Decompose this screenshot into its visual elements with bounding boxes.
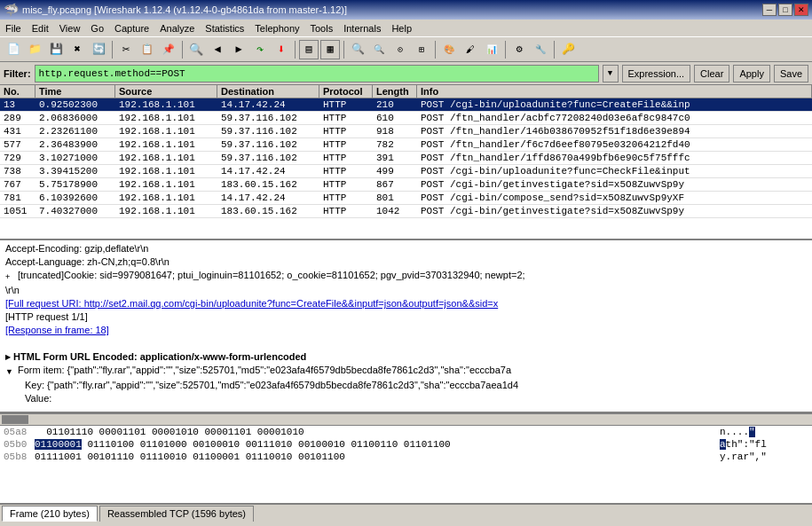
packet-cell: HTTP [319,112,373,124]
detail-text-3: [truncated]Cookie: sid=9979081647; ptui_… [18,269,525,282]
apply-button[interactable]: Apply [733,65,770,82]
table-row[interactable]: 7816.10392600192.168.1.10114.17.42.24HTT… [0,192,812,205]
menu-internals[interactable]: Internals [338,21,386,35]
toolbar-color1[interactable]: 🎨 [439,40,459,59]
toolbar-open[interactable]: 📁 [25,40,44,59]
packet-cell: 192.168.1.101 [115,112,217,124]
menu-telephony[interactable]: Telephony [249,21,304,35]
packet-cell: 183.60.15.162 [217,178,319,191]
toolbar-extra[interactable]: 🔑 [558,40,578,59]
toolbar-color3[interactable]: 📊 [482,40,501,59]
scrollbar-thumb[interactable] [2,415,28,424]
status-bar: Frame (210 bytes) Reassembled TCP (1596 … [0,504,812,522]
toolbar-zoom-normal[interactable]: ⊙ [390,40,410,59]
response-link[interactable]: [Response in frame: 18] [5,325,109,335]
table-row[interactable]: 5772.36483900192.168.1.10159.37.116.102H… [0,138,812,152]
status-tab-frame[interactable]: Frame (210 bytes) [2,506,98,522]
packet-cell: 767 [0,178,35,191]
menu-go[interactable]: Go [85,21,109,35]
menu-analyze[interactable]: Analyze [154,21,200,35]
table-row[interactable]: 7293.10271000192.168.1.10159.37.116.102H… [0,152,812,165]
toolbar-detail[interactable]: ▦ [320,40,340,59]
table-row[interactable]: 130.92502300192.168.1.10114.17.42.24HTTP… [0,98,812,112]
toolbar-sep7 [554,41,555,59]
toolbar-help2[interactable]: 🔧 [531,40,550,59]
toolbar-prefs[interactable]: ⚙ [509,40,529,59]
toolbar-reload[interactable]: 🔄 [89,40,108,59]
menu-view[interactable]: View [54,21,86,35]
packet-cell: HTTP [319,165,373,177]
menu-capture[interactable]: Capture [109,21,154,35]
menu-statistics[interactable]: Statistics [200,21,249,35]
minimize-button[interactable]: ─ [762,4,777,16]
menu-file[interactable]: File [0,21,27,35]
menu-help[interactable]: Help [386,21,417,35]
filter-input[interactable] [35,65,599,82]
toolbar-list[interactable]: ▤ [299,40,319,59]
packet-cell: 192.168.1.101 [115,165,217,177]
toolbar-zoom-fit[interactable]: ⊞ [412,40,431,59]
hex-pane: 05a8 01101110 00001101 00001010 00001101… [0,426,812,504]
table-row[interactable]: 10517.40327000192.168.1.101183.60.15.162… [0,205,812,218]
col-time: Time [35,85,115,98]
packet-cell: 610 [373,112,417,124]
hex-row-3: 05b8 01111001 00101110 01110010 01100001… [0,451,812,463]
hex-sel-2: 01100001 [35,439,82,450]
toolbar-close[interactable]: ✖ [67,40,87,59]
toolbar-copy[interactable]: 📋 [138,40,157,59]
packet-cell: 391 [373,152,417,164]
detail-line-6: [HTTP request 1/1] [4,310,808,324]
table-row[interactable]: 7383.39415200192.168.1.10114.17.42.24HTT… [0,165,812,178]
toolbar-back[interactable]: ◀ [208,40,227,59]
packet-cell: 192.168.1.101 [115,138,217,151]
packet-cell: 431 [0,125,35,137]
full-uri-link[interactable]: [Full request URI: http://set2.mail.qq.c… [5,298,498,309]
toolbar-paste[interactable]: 📌 [159,40,178,59]
status-tab-reassembled[interactable]: Reassembled TCP (1596 bytes) [99,506,254,522]
toolbar-sep4 [343,41,344,59]
menu-edit[interactable]: Edit [27,21,54,35]
title-bar: 🦈 misc_fly.pcapng [Wireshark 1.12.4 (v1.… [0,0,812,20]
toolbar-new[interactable]: 📄 [4,40,23,59]
packet-cell: POST /ftn_handler/acbfc77208240d03e6af8c… [417,112,812,124]
table-row[interactable]: 7675.75178900192.168.1.101183.60.15.162H… [0,178,812,192]
toolbar-go[interactable]: ↷ [250,40,270,59]
toolbar-cut[interactable]: ✂ [116,40,136,59]
table-row[interactable]: 4312.23261100192.168.1.10159.37.116.102H… [0,125,812,138]
packet-cell: HTTP [319,125,373,137]
packet-cell: 59.37.116.102 [217,125,319,137]
hex-offset-2: 05b0 [4,438,35,451]
app-icon: 🦈 [4,3,19,17]
toolbar-fwd[interactable]: ▶ [229,40,248,59]
col-src: Source [115,85,217,98]
col-proto: Protocol [319,85,373,98]
packet-cell: 192.168.1.101 [115,205,217,217]
clear-button[interactable]: Clear [694,65,729,82]
hex-bytes-2: 01100001 01110100 01101000 00100010 0011… [35,438,713,451]
save-button[interactable]: Save [774,65,808,82]
detail-line-7: [Response in frame: 18] [4,324,808,337]
close-button[interactable]: ✕ [794,4,808,16]
maximize-button[interactable]: □ [778,4,792,16]
toolbar-save[interactable]: 💾 [46,40,66,59]
packet-cell: 801 [373,192,417,204]
expression-button[interactable]: Expression... [622,65,691,82]
toolbar-find[interactable]: 🔍 [186,40,206,59]
toolbar-zoom-in[interactable]: 🔍 [348,40,367,59]
filter-dropdown-arrow[interactable]: ▼ [603,65,619,82]
detail-section-html: ▸ HTML Form URL Encoded: application/x-w… [4,350,808,364]
packet-list: No. Time Source Destination Protocol Len… [0,85,812,240]
hex-row-1: 05a8 01101110 00001101 00001010 00001101… [0,426,812,438]
expand-icon-3[interactable]: + [5,269,18,284]
toolbar-sep5 [435,41,436,59]
packet-cell: 3.10271000 [35,152,115,164]
horizontal-scrollbar[interactable] [0,413,812,426]
col-no: No. [0,85,35,98]
table-row[interactable]: 2892.06836000192.168.1.10159.37.116.102H… [0,112,812,125]
toolbar-zoom-out[interactable]: 🔍 [369,40,389,59]
toolbar-color2[interactable]: 🖌 [461,40,480,59]
menu-tools[interactable]: Tools [305,21,339,35]
expand-icon-form[interactable]: ▼ [5,364,18,379]
toolbar-stop[interactable]: ⬇ [272,40,291,59]
detail-key: Key: {"path":"fly.rar","appid":"","size"… [4,379,808,392]
